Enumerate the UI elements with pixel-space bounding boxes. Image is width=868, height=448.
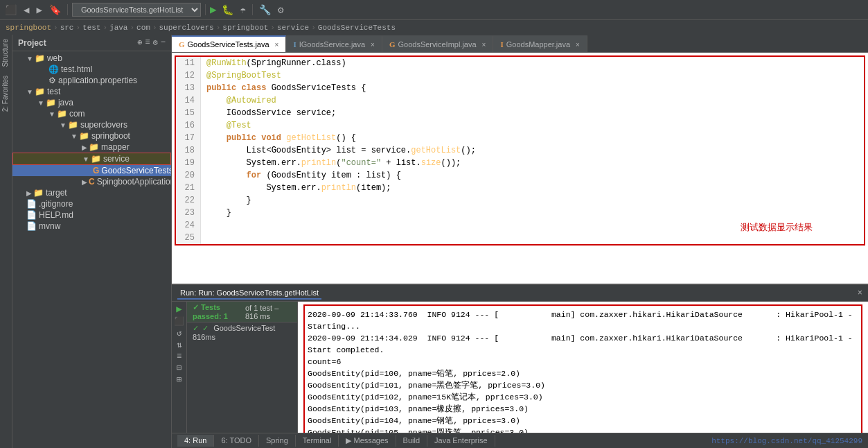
sidebar-icon-settings[interactable]: ⚙ xyxy=(153,37,158,48)
run-list-item-goodsservicetest[interactable]: ✓ ✓ GoodsServiceTest 816ms xyxy=(187,322,297,343)
bottom-right-link[interactable]: https://blog.csdn.net/qq_41254299 xyxy=(711,437,862,445)
tree-label-com: com xyxy=(69,109,85,119)
breadcrumb-test[interactable]: test xyxy=(82,24,100,32)
tree-item-superclovers[interactable]: ▼ 📁 superclovers xyxy=(12,119,171,130)
run-header-close-icon[interactable]: × xyxy=(858,288,862,298)
pass-detail: of 1 test – 816 ms xyxy=(245,304,292,320)
tree-label-helpmd: HELP.md xyxy=(39,210,73,220)
tree-item-springboot[interactable]: ▼ 📁 springboot xyxy=(12,130,171,141)
tab-igoodsservice[interactable]: I IGoodsService.java × xyxy=(286,35,382,52)
toolbar-icon-vcs[interactable]: 🔧 xyxy=(257,3,273,17)
tree-item-test-html[interactable]: 🌐 test.html xyxy=(12,64,171,75)
tree-label-target: target xyxy=(46,188,67,198)
code-line-22: for (GoodsEntity item : list) { xyxy=(206,169,858,182)
toolbar-icon-debug[interactable]: 🐛 xyxy=(220,3,236,17)
output-line-8: GoodsEntity(pid=105, pname=圆珠笔, pprices=… xyxy=(308,427,858,433)
tree-item-com[interactable]: ▼ 📁 com xyxy=(12,108,171,119)
bottom-tab-todo[interactable]: 6: TODO xyxy=(214,435,259,447)
tab-label-goodsservicetests: GoodsServiceTests.java xyxy=(188,40,269,49)
code-area: 11 12 13 14 15 16 17 18 19 20 21 22 23 2… xyxy=(176,57,864,244)
run-config-dropdown[interactable]: GoodsServiceTests.getHotList xyxy=(72,3,201,17)
tree-item-mapper[interactable]: ▶ 📁 mapper xyxy=(12,141,171,153)
breadcrumb-com[interactable]: com xyxy=(136,24,150,32)
tree-item-java[interactable]: ▼ 📁 java xyxy=(12,97,171,108)
toolbar-icon-coverage[interactable]: ☂ xyxy=(238,3,248,17)
breadcrumb-superclovers[interactable]: superclovers xyxy=(159,24,214,32)
bottom-tab-messages[interactable]: ▶ Messages xyxy=(339,435,396,447)
code-line-12: @RunWith(SpringRunner.class) xyxy=(206,57,858,69)
tree-label-superclovers: superclovers xyxy=(80,120,127,130)
sidebar: Project ⊕ ≡ ⚙ − ▼ 📁 web 🌐 test.html xyxy=(12,35,172,448)
breadcrumb-java[interactable]: java xyxy=(109,24,127,32)
sidebar-icon-layout[interactable]: ≡ xyxy=(145,37,150,48)
bottom-tab-spring[interactable]: Spring xyxy=(259,435,296,447)
line-num-20: 20 xyxy=(179,169,195,182)
tree-item-spingbootapp[interactable]: ▶ C SpingbootApplicationTests.java xyxy=(12,176,171,187)
tab-goodsmapper[interactable]: I GoodsMapper.java × xyxy=(493,35,587,52)
tree-label-test: test xyxy=(47,87,60,96)
run-tab-main[interactable]: Run: Run: GoodsServiceTests.getHotList xyxy=(177,287,321,300)
tab-goodsserviceimpl[interactable]: G GoodsServiceImpl.java × xyxy=(382,35,494,52)
sidebar-icon-add[interactable]: ⊕ xyxy=(137,37,142,48)
breadcrumb-springboot2[interactable]: springboot xyxy=(222,24,268,32)
tab-close-4[interactable]: × xyxy=(576,41,580,49)
run-header: Run: Run: GoodsServiceTests.getHotList × xyxy=(172,285,868,302)
v-tab-favorites[interactable]: 2: Favorites xyxy=(0,71,12,116)
tree-item-helpmd[interactable]: 📄 HELP.md xyxy=(12,209,171,221)
bottom-tab-run[interactable]: 4: Run xyxy=(177,435,214,447)
project-tree: ▼ 📁 web 🌐 test.html ⚙ application.proper… xyxy=(12,51,171,448)
toolbar-icon-3[interactable]: ▶ xyxy=(34,3,44,17)
folder-icon-web: 📁 xyxy=(35,53,45,63)
tab-icon-interface: I xyxy=(293,40,296,49)
bottom-tab-javaenterprise[interactable]: Java Enterprise xyxy=(427,435,495,447)
tree-label-java: java xyxy=(58,98,73,107)
run-expand-button[interactable]: ⊞ xyxy=(177,374,181,385)
bottom-bar: 4: Run 6: TODO Spring Terminal ▶ Message… xyxy=(172,433,868,448)
tree-item-goodsservicetests[interactable]: G GoodsServiceTests xyxy=(12,165,171,176)
bottom-tab-terminal[interactable]: Terminal xyxy=(296,435,339,447)
tree-item-target[interactable]: ▶ 📁 target xyxy=(12,187,171,198)
run-rerun-button[interactable]: ↺ xyxy=(177,328,181,338)
tab-close-1[interactable]: × xyxy=(275,41,279,49)
file-icon-html: 🌐 xyxy=(48,64,59,74)
sidebar-icon-close[interactable]: − xyxy=(161,37,166,48)
tab-close-3[interactable]: × xyxy=(482,41,486,49)
run-panel: Run: Run: GoodsServiceTests.getHotList ×… xyxy=(172,284,868,433)
tab-close-2[interactable]: × xyxy=(371,41,375,49)
run-output: 2020-09-09 21:14:33.760 INFO 9124 --- [ … xyxy=(298,302,868,433)
toolbar-icon-4[interactable]: 🔖 xyxy=(47,3,63,17)
tab-goodsservicetests[interactable]: G GoodsServiceTests.java × xyxy=(172,35,286,52)
line-num-11: 11 xyxy=(179,57,195,69)
run-filter-button[interactable]: ≡ xyxy=(177,352,181,361)
breadcrumb-file[interactable]: GoodsServiceTests xyxy=(318,24,396,32)
code-line-21: System.err.println("count=" + list.size(… xyxy=(206,157,858,169)
tree-item-gitignore[interactable]: 📄 .gitignore xyxy=(12,198,171,209)
v-tab-structure[interactable]: Structure xyxy=(0,35,12,71)
breadcrumb-springboot[interactable]: springboot xyxy=(6,24,51,32)
code-editor[interactable]: 11 12 13 14 15 16 17 18 19 20 21 22 23 2… xyxy=(172,53,868,284)
tree-item-service[interactable]: ▼ 📁 service xyxy=(12,153,171,165)
tree-item-web[interactable]: ▼ 📁 web xyxy=(12,53,171,64)
bottom-tab-build[interactable]: Build xyxy=(396,435,427,447)
run-collapse-button[interactable]: ⊟ xyxy=(177,363,181,373)
code-line-20: List<GoodsEntity> list = service.getHotL… xyxy=(206,144,858,157)
tree-label-gitignore: .gitignore xyxy=(39,199,73,209)
file-icon-goodsservicetests: G xyxy=(93,166,99,175)
run-stop-button[interactable]: ⬛ xyxy=(174,316,184,327)
tree-item-appprops[interactable]: ⚙ application.properties xyxy=(12,75,171,86)
tab-icon-java-2: G xyxy=(389,40,396,49)
breadcrumb-service[interactable]: service xyxy=(277,24,309,32)
tree-label-spingbootapp: SpingbootApplicationTests.java xyxy=(97,177,171,187)
line-num-17: 17 xyxy=(179,132,195,144)
toolbar-icon-2[interactable]: ◀ xyxy=(21,3,31,17)
toolbar-icon-1[interactable]: ⬛ xyxy=(3,3,19,17)
play-button[interactable]: ▶ xyxy=(210,3,217,17)
run-sort-button[interactable]: ⇅ xyxy=(177,340,181,350)
tree-item-test[interactable]: ▼ 📁 test xyxy=(12,86,171,97)
run-play-button[interactable]: ▶ xyxy=(176,303,181,315)
tree-item-mvnw[interactable]: 📄 mvnw xyxy=(12,221,171,232)
file-icon-props: ⚙ xyxy=(48,76,56,85)
toolbar-icon-settings[interactable]: ⚙ xyxy=(276,3,285,17)
code-content: @RunWith(SpringRunner.class) @SpringBoot… xyxy=(201,57,864,244)
breadcrumb-src[interactable]: src xyxy=(60,24,74,32)
